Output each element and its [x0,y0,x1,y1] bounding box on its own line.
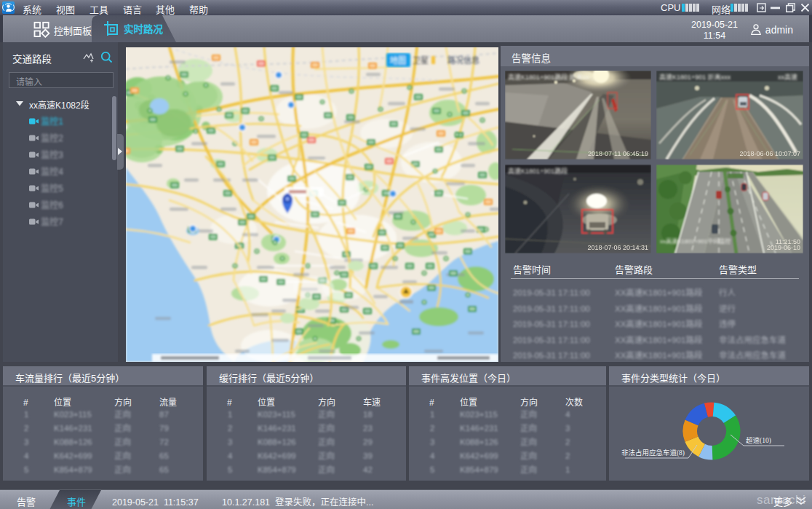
svg-text:非法占用应急车道(8): 非法占用应急车道(8) [621,447,685,457]
svg-text:路况信息: 路况信息 [447,54,479,66]
svg-text:地图: 地图 [390,54,406,66]
svg-text:卫星: 卫星 [413,54,429,66]
svg-text:超速(10): 超速(10) [746,435,771,445]
